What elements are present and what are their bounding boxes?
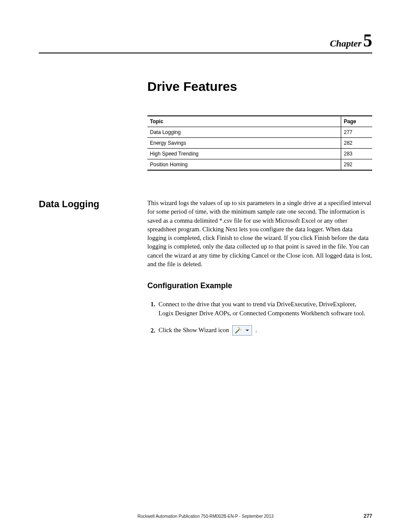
section-heading: Data Logging [39,199,147,210]
toc-topic: High Speed Trending [147,149,341,159]
chapter-word: Chapter [330,38,361,49]
toc-header-page: Page [341,116,373,127]
list-item: Click the Show Wizard icon . [157,326,372,336]
page-title: Drive Features [147,79,372,94]
table-row: Data Logging 277 [147,127,372,138]
footer-publication: Rockwell Automation Publication 750-RM00… [56,514,355,519]
chapter-rule [39,53,372,53]
step-trailing: . [255,327,257,334]
wizard-icon [232,325,252,336]
footer-page-number: 277 [355,513,372,519]
chapter-number: 5 [361,31,372,50]
toc-header-topic: Topic [147,116,341,127]
example-heading: Configuration Example [147,281,372,290]
table-row: High Speed Trending 283 [147,149,372,159]
chapter-label: Chapter5 [39,30,372,51]
toc-table: Topic Page Data Logging 277 Energy Savin… [147,115,372,171]
section-body: This wizard logs the values of up to six… [147,199,372,268]
list-item: Connect to the drive that you want to tr… [157,300,372,318]
steps-list: Connect to the drive that you want to tr… [147,300,372,336]
svg-line-0 [236,330,239,333]
chevron-down-icon [246,330,249,331]
toc-page: 277 [341,127,373,138]
table-row: Position Homing 292 [147,159,372,171]
svg-point-2 [240,330,241,330]
step-text: Connect to the drive that you want to tr… [159,301,365,317]
toc-topic: Position Homing [147,159,341,171]
toc-page: 282 [341,138,373,149]
toc-page: 292 [341,159,373,171]
toc-topic: Energy Savings [147,138,341,149]
step-text: Click the Show Wizard icon [159,327,229,334]
page-footer: Rockwell Automation Publication 750-RM00… [39,513,372,519]
toc-topic: Data Logging [147,127,341,138]
svg-point-3 [238,327,239,328]
svg-point-1 [239,328,240,329]
toc-page: 283 [341,149,373,159]
table-row: Energy Savings 282 [147,138,372,149]
